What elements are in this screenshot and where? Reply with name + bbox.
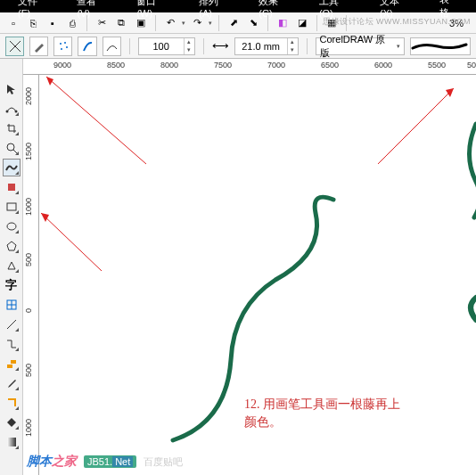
brush-mode-button[interactable] bbox=[29, 37, 48, 56]
pick-tool[interactable] bbox=[3, 80, 21, 98]
interactive-fill-tool[interactable] bbox=[3, 433, 21, 451]
import-icon[interactable]: ⬈ bbox=[226, 15, 242, 31]
svg-marker-20 bbox=[46, 77, 53, 86]
stroke-width[interactable]: ▴▾ bbox=[234, 37, 299, 55]
copy-icon[interactable]: ⧉ bbox=[113, 15, 129, 31]
redo-dropdown[interactable]: ▾ bbox=[209, 20, 212, 27]
polygon-tool[interactable] bbox=[3, 237, 21, 255]
watermark-url: 思缘设计论坛 WWW.MISSYUAN.COM bbox=[323, 16, 471, 28]
preset-dropdown[interactable]: CorelDRAW 原版 ▾ bbox=[316, 37, 405, 55]
instruction-text: 12. 用画笔工具画一根藤再上 颜色。 bbox=[244, 396, 400, 431]
svg-point-0 bbox=[60, 43, 62, 45]
calligraphic-mode-button[interactable] bbox=[78, 37, 96, 56]
pressure-mode-button[interactable] bbox=[103, 37, 121, 56]
main-area: 字 9000 8500 8000 7500 7000 6500 6000 550… bbox=[0, 59, 476, 475]
svg-rect-9 bbox=[7, 203, 16, 210]
svg-marker-24 bbox=[446, 88, 454, 97]
artistic-media-tool[interactable] bbox=[3, 159, 21, 176]
calligraphic-icon bbox=[81, 40, 94, 53]
print-icon[interactable]: ⎙ bbox=[64, 15, 80, 31]
ruler-area: 9000 8500 8000 7500 7000 6500 6000 5500 … bbox=[23, 59, 476, 475]
paste-icon[interactable]: ▣ bbox=[133, 15, 149, 31]
shape-tool[interactable] bbox=[3, 100, 21, 118]
svg-line-19 bbox=[46, 77, 146, 164]
footer-watermarks: 脚本之家 JB51.Net 百度贴吧 bbox=[27, 454, 183, 470]
logo-jiaoben: 脚本之家 bbox=[27, 454, 77, 470]
brush-icon bbox=[32, 39, 46, 53]
app-launcher-icon[interactable]: ◧ bbox=[275, 15, 291, 31]
undo-dropdown[interactable]: ▾ bbox=[182, 20, 185, 27]
dimension-tool[interactable] bbox=[3, 315, 21, 333]
svg-line-23 bbox=[378, 88, 454, 164]
svg-point-2 bbox=[66, 46, 68, 48]
bowtie-icon bbox=[8, 39, 22, 53]
save-icon[interactable]: ▪ bbox=[45, 15, 61, 31]
zoom-tool[interactable] bbox=[3, 139, 21, 157]
svg-rect-16 bbox=[7, 364, 12, 368]
cut-icon[interactable]: ✂ bbox=[94, 15, 110, 31]
sprayer-mode-button[interactable] bbox=[53, 37, 72, 56]
stroke-preview-icon bbox=[411, 40, 470, 53]
crop-tool[interactable] bbox=[3, 119, 21, 137]
width-icon: ⟷ bbox=[212, 39, 229, 53]
menu-bar: 文件(F) 查看(V) 窗口(W) 排列(A) 效果(C) 工具(O) 文本(X… bbox=[0, 0, 476, 12]
vertical-ruler[interactable]: 2000 1500 1000 500 0 500 1000 bbox=[23, 75, 39, 475]
logo-jb51: JB51.Net bbox=[84, 455, 136, 468]
toolbox: 字 bbox=[0, 59, 23, 475]
new-icon[interactable]: ▫ bbox=[5, 15, 21, 31]
spin-down-icon[interactable]: ▾ bbox=[184, 46, 194, 54]
stroke-preview[interactable] bbox=[410, 37, 471, 55]
spin-up-icon[interactable]: ▴ bbox=[184, 38, 194, 46]
welcome-icon[interactable]: ◪ bbox=[294, 15, 310, 31]
rectangle-tool[interactable] bbox=[3, 198, 21, 216]
svg-line-21 bbox=[41, 213, 102, 271]
svg-point-3 bbox=[61, 48, 62, 50]
basic-shapes-tool[interactable] bbox=[3, 257, 21, 274]
preset-mode-button[interactable] bbox=[5, 37, 24, 56]
connector-tool[interactable] bbox=[3, 335, 21, 353]
eyedropper-tool[interactable] bbox=[3, 374, 21, 392]
freehand-smoothing[interactable]: ▴▾ bbox=[138, 37, 195, 55]
preset-label: CorelDRAW 原版 bbox=[320, 33, 391, 60]
stroke-width-input[interactable] bbox=[235, 41, 287, 52]
svg-marker-22 bbox=[41, 213, 49, 222]
svg-point-1 bbox=[64, 42, 66, 44]
pressure-icon bbox=[105, 40, 118, 53]
open-icon[interactable]: ⎘ bbox=[25, 15, 41, 31]
spin-down-icon[interactable]: ▾ bbox=[287, 46, 298, 54]
spin-up-icon[interactable]: ▴ bbox=[287, 38, 298, 46]
table-tool[interactable] bbox=[3, 296, 21, 314]
property-bar: ▴▾ ⟷ ▴▾ CorelDRAW 原版 ▾ bbox=[0, 34, 476, 59]
horizontal-ruler[interactable]: 9000 8500 8000 7500 7000 6500 6000 5500 … bbox=[23, 59, 476, 75]
smoothing-input[interactable] bbox=[139, 41, 184, 52]
outline-tool[interactable] bbox=[3, 394, 21, 412]
redo-icon[interactable]: ↷ bbox=[189, 15, 205, 31]
canvas[interactable]: 12. 用画笔工具画一根藤再上 颜色。 bbox=[39, 75, 476, 475]
smart-fill-tool[interactable] bbox=[3, 178, 21, 196]
svg-rect-8 bbox=[8, 184, 15, 191]
svg-point-4 bbox=[5, 111, 8, 113]
undo-icon[interactable]: ↶ bbox=[162, 15, 178, 31]
export-icon[interactable]: ⬊ bbox=[245, 15, 261, 31]
watermark-baidu: 百度贴吧 bbox=[144, 455, 183, 469]
svg-point-10 bbox=[7, 223, 16, 230]
interactive-tool[interactable] bbox=[3, 355, 21, 373]
text-tool[interactable]: 字 bbox=[3, 276, 21, 294]
svg-point-6 bbox=[7, 143, 14, 151]
chevron-down-icon: ▾ bbox=[397, 43, 400, 50]
fill-tool[interactable] bbox=[3, 414, 21, 431]
sprayer-icon bbox=[57, 40, 70, 53]
svg-rect-17 bbox=[11, 360, 16, 364]
ellipse-tool[interactable] bbox=[3, 217, 21, 235]
